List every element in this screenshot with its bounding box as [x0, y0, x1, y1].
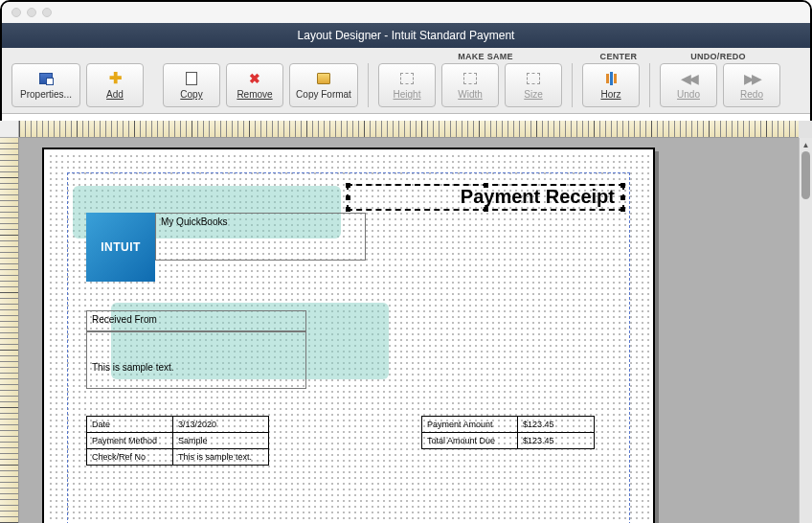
remove-icon: ✖ [247, 71, 262, 86]
height-icon [399, 71, 415, 86]
properties-button[interactable]: Properties... [11, 63, 80, 107]
scroll-thumb[interactable] [801, 151, 810, 199]
toolbar: MAKE SAME CENTER UNDO/REDO Properties...… [2, 48, 810, 114]
traffic-light-close[interactable] [11, 8, 21, 17]
workspace: Payment Receipt INTUIT My QuickBooks Rec… [0, 121, 812, 523]
mac-titlebar [2, 2, 810, 23]
table-row: Check/Ref NoThis is sample text. [87, 449, 269, 466]
ruler-corner [0, 121, 19, 138]
scroll-up-icon: ▲ [800, 138, 812, 151]
design-page[interactable]: Payment Receipt INTUIT My QuickBooks Rec… [42, 148, 655, 523]
center-horz-button[interactable]: Horz [582, 63, 640, 107]
copy-format-button[interactable]: Copy Format [289, 63, 358, 107]
undo-button[interactable]: ◀◀ Undo [660, 63, 717, 107]
table-row: Payment MethodSample [87, 433, 269, 449]
company-name-field[interactable]: My QuickBooks [155, 213, 366, 261]
app-title: Layout Designer - Intuit Standard Paymen… [298, 29, 515, 42]
payment-details-table[interactable]: Date3/13/2020 Payment MethodSample Check… [86, 416, 269, 466]
height-button[interactable]: Height [378, 63, 436, 107]
center-horizontal-icon [603, 71, 619, 86]
ruler-vertical[interactable] [0, 138, 19, 523]
size-button[interactable]: Size [505, 63, 562, 107]
ruler-horizontal[interactable] [19, 121, 799, 138]
plus-icon: ✚ [107, 71, 123, 86]
table-row: Total Amount Due$123.45 [422, 433, 595, 449]
traffic-light-zoom[interactable] [42, 8, 52, 17]
width-button[interactable]: Width [441, 63, 499, 107]
undo-icon: ◀◀ [681, 71, 696, 86]
group-label-undo-redo: UNDO/REDO [661, 52, 776, 61]
copy-icon [184, 71, 199, 86]
traffic-light-minimize[interactable] [27, 8, 36, 17]
size-icon [526, 71, 541, 86]
table-row: Date3/13/2020 [87, 417, 269, 433]
group-label-center: CENTER [590, 52, 647, 61]
title-field[interactable]: Payment Receipt [347, 184, 624, 211]
vertical-scrollbar[interactable]: ▲ [799, 138, 812, 523]
canvas-viewport[interactable]: Payment Receipt INTUIT My QuickBooks Rec… [19, 138, 799, 523]
title-text: Payment Receipt [349, 186, 622, 208]
redo-icon: ▶▶ [744, 71, 759, 86]
logo-image[interactable]: INTUIT [86, 213, 155, 282]
group-label-make-same: MAKE SAME [395, 52, 576, 61]
company-name-text: My QuickBooks [156, 214, 365, 230]
paint-format-icon [316, 71, 331, 86]
received-from-label-field[interactable]: Received From [86, 310, 306, 331]
amount-table[interactable]: Payment Amount$123.45 Total Amount Due$1… [421, 416, 595, 449]
received-from-value-field[interactable]: This is sample text. [86, 331, 306, 389]
redo-button[interactable]: ▶▶ Redo [723, 63, 780, 107]
remove-button[interactable]: ✖ Remove [226, 63, 283, 107]
width-icon [462, 71, 478, 86]
copy-button[interactable]: Copy [163, 63, 220, 107]
properties-icon [38, 71, 54, 86]
app-title-bar: Layout Designer - Intuit Standard Paymen… [2, 23, 810, 48]
table-row: Payment Amount$123.45 [422, 417, 595, 433]
add-button[interactable]: ✚ Add [86, 63, 144, 107]
